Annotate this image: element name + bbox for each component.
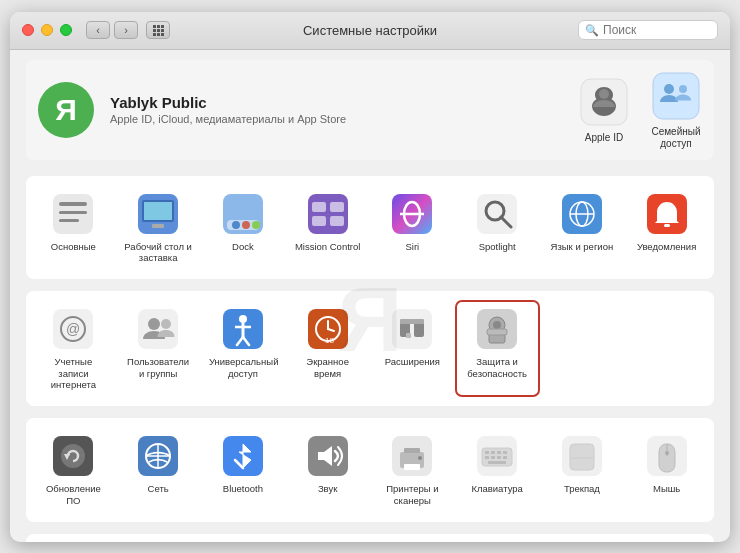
accessibility-label: Универсальный доступ [209, 356, 277, 379]
security-label: Защита и безопасность [463, 356, 531, 379]
pref-trackpad[interactable]: Трекпад [543, 430, 622, 510]
svg-point-63 [61, 444, 85, 468]
pref-general[interactable]: Основные [34, 188, 113, 268]
svg-rect-81 [503, 451, 507, 454]
pref-screentime[interactable]: 18 Экранное время [288, 303, 367, 394]
dock-label: Dock [232, 241, 254, 252]
pref-security[interactable]: Защита и безопасность [458, 303, 537, 394]
user-profile-section: Я Yablyk Public Apple ID, iCloud, медиам… [26, 60, 714, 160]
pref-bluetooth[interactable]: Bluetooth [204, 430, 283, 510]
pref-printers[interactable]: Принтеры и сканеры [373, 430, 452, 510]
pref-spotlight[interactable]: Spotlight [458, 188, 537, 268]
apple-id-icon-box [578, 76, 630, 128]
apple-id-icon [581, 79, 627, 125]
pref-software[interactable]: Обновление ПО [34, 430, 113, 510]
pref-siri[interactable]: Siri [373, 188, 452, 268]
apple-id-item[interactable]: Apple ID [578, 76, 630, 144]
minimize-button[interactable] [41, 24, 53, 36]
empty-slot-1 [543, 303, 622, 394]
pref-sound[interactable]: Звук [288, 430, 367, 510]
svg-rect-88 [570, 444, 594, 470]
back-button[interactable]: ‹ [86, 21, 110, 39]
extensions-label: Расширения [385, 356, 440, 367]
svg-point-17 [252, 221, 260, 229]
bluetooth-icon [221, 434, 265, 478]
svg-point-75 [418, 456, 422, 460]
svg-point-1 [599, 89, 609, 99]
mission-icon [306, 192, 350, 236]
apple-id-label: Apple ID [585, 132, 623, 144]
svg-rect-18 [308, 194, 348, 234]
mouse-icon [645, 434, 689, 478]
section-row2: @ Учетные записи интернета [26, 291, 714, 406]
svg-rect-85 [503, 456, 507, 459]
notifications-icon [645, 192, 689, 236]
svg-point-16 [242, 221, 250, 229]
content-area: Я Я Yablyk Public Apple ID, iCloud, меди… [10, 50, 730, 542]
language-icon [560, 192, 604, 236]
accessibility-icon [221, 307, 265, 351]
trackpad-label: Трекпад [564, 483, 600, 494]
grid-view-button[interactable] [146, 21, 170, 39]
extensions-icon [390, 307, 434, 351]
svg-rect-55 [400, 319, 424, 324]
screentime-icon: 18 [306, 307, 350, 351]
family-item[interactable]: Семейныйдоступ [650, 70, 702, 150]
screentime-label: Экранное время [294, 356, 362, 379]
search-input[interactable] [603, 23, 711, 37]
pref-mouse[interactable]: Мышь [627, 430, 706, 510]
notifications-label: Уведомления [637, 241, 696, 252]
svg-text:18: 18 [325, 336, 334, 345]
keyboard-icon [475, 434, 519, 478]
printers-label: Принтеры и сканеры [378, 483, 446, 506]
accounts-label: Учетные записи интернета [39, 356, 107, 390]
svg-rect-21 [312, 216, 326, 226]
pref-notifications[interactable]: Уведомления [627, 188, 706, 268]
spotlight-label: Spotlight [479, 241, 516, 252]
general-icon [51, 192, 95, 236]
svg-rect-79 [491, 451, 495, 454]
forward-button[interactable]: › [114, 21, 138, 39]
siri-icon [390, 192, 434, 236]
pref-mission[interactable]: Mission Control [288, 188, 367, 268]
nav-buttons: ‹ › [86, 21, 170, 39]
search-box[interactable]: 🔍 [578, 20, 718, 40]
top-right-icons: Apple ID Семейныйдоступ [578, 70, 702, 150]
family-label: Семейныйдоступ [651, 126, 700, 150]
pref-accounts[interactable]: @ Учетные записи интернета [34, 303, 113, 394]
user-subtitle: Apple ID, iCloud, медиаматериалы и App S… [110, 113, 562, 125]
svg-rect-2 [653, 73, 699, 119]
close-button[interactable] [22, 24, 34, 36]
maximize-button[interactable] [60, 24, 72, 36]
svg-rect-20 [330, 202, 344, 212]
users-icon [136, 307, 180, 351]
svg-rect-19 [312, 202, 326, 212]
svg-rect-22 [330, 216, 344, 226]
svg-rect-83 [491, 456, 495, 459]
mouse-label: Мышь [653, 483, 680, 494]
general-label: Основные [51, 241, 96, 252]
user-info: Yablyk Public Apple ID, iCloud, медиамат… [110, 94, 562, 125]
pref-extensions[interactable]: Расширения [373, 303, 452, 394]
family-icon-box [650, 70, 702, 122]
svg-point-39 [148, 318, 160, 330]
pref-users[interactable]: Пользователи и группы [119, 303, 198, 394]
titlebar: ‹ › Системные настройки 🔍 [10, 12, 730, 50]
svg-rect-7 [59, 211, 87, 214]
pref-accessibility[interactable]: Универсальный доступ [204, 303, 283, 394]
pref-desktop[interactable]: Рабочий стол и заставка [119, 188, 198, 268]
svg-rect-56 [406, 333, 411, 338]
software-label: Обновление ПО [39, 483, 107, 506]
spotlight-icon [475, 192, 519, 236]
icon-grid-row3: Обновление ПО Сеть [34, 430, 706, 510]
pref-dock[interactable]: Dock [204, 188, 283, 268]
pref-language[interactable]: Язык и регион [543, 188, 622, 268]
svg-rect-86 [488, 461, 506, 464]
svg-rect-78 [485, 451, 489, 454]
dock-icon [221, 192, 265, 236]
software-icon [51, 434, 95, 478]
svg-rect-73 [404, 448, 420, 453]
pref-network[interactable]: Сеть [119, 430, 198, 510]
svg-point-59 [493, 321, 501, 329]
pref-keyboard[interactable]: Клавиатура [458, 430, 537, 510]
